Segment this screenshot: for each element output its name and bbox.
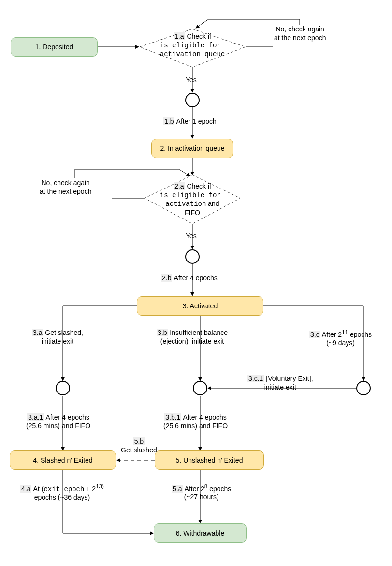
step-4a-tag: 4.a (20, 485, 31, 493)
state-unslashed-exited-label: 5. Unslashed n' Exited (176, 456, 243, 464)
step-2a-tag: 2.a (174, 182, 185, 190)
step-1b-text: After 1 epoch (176, 117, 217, 125)
label-2a-yes: Yes (186, 232, 197, 241)
label-1a-yes: Yes (186, 76, 197, 85)
connector-circle-3c (356, 381, 371, 395)
connector-circle-3a (56, 381, 70, 395)
label-2a-no: No, check againat the next epoch (40, 179, 91, 196)
step-2a-and: and (206, 200, 219, 207)
label-3b: 3.b Insufficient balance(ejection), init… (157, 329, 228, 346)
step-5a-t1: After 2 (185, 485, 204, 493)
label-5b: 5.b Get slashed (121, 437, 157, 454)
state-deposited: 1. Deposited (11, 37, 98, 57)
step-4a-exp: 13) (96, 483, 104, 489)
connector-circle-2b (185, 249, 200, 264)
state-activated-label: 3. Activated (183, 302, 218, 310)
step-3a-tag: 3.a (32, 329, 43, 336)
state-withdrawable-label: 6. Withdrawable (176, 529, 224, 537)
decision-2a: 2.a Check if is_eligible_for_activation … (150, 182, 235, 217)
connector-circle-1b (185, 93, 200, 107)
step-1b-tag: 1.b (163, 117, 174, 125)
step-5a-t2: epochs (207, 485, 231, 493)
validator-lifecycle-diagram: 1. Deposited 2. In activation queue 3. A… (0, 0, 392, 566)
step-2a-fifo: FIFO (185, 209, 200, 217)
label-2b: 2.b After 4 epochs (161, 274, 218, 283)
step-2b-text: After 4 epochs (174, 274, 218, 282)
step-2a-checkif: Check if (187, 182, 211, 190)
step-4a-code: exit_epoch (44, 485, 84, 493)
state-in-queue-label: 2. In activation queue (160, 145, 224, 152)
state-activated: 3. Activated (137, 296, 263, 316)
label-5a: 5.a After 28 epochs (~27 hours) (172, 483, 231, 502)
step-1a-code: is_eligible_for_activation_queue (160, 42, 225, 58)
step-2b-tag: 2.b (161, 274, 172, 282)
connector-circle-3b (193, 381, 207, 395)
step-1a-checkif: Check if (187, 32, 211, 40)
step-3c-t1: After 2 (322, 331, 342, 338)
decision-1a: 1.a Check if is_eligible_for_activation_… (145, 32, 240, 59)
step-1a-tag: 1.a (174, 32, 185, 40)
step-4a-plus: + 2 (84, 485, 96, 493)
label-3a1: 3.a.1 After 4 epochs(25.6 mins) and FIFO (26, 413, 90, 430)
label-1b: 1.b After 1 epoch (163, 117, 217, 126)
label-3c: 3.c After 211 epochs (~9 days) (309, 329, 372, 348)
step-5a-t3: (~27 hours) (184, 493, 219, 501)
step-3c1-tag: 3.c.1 (247, 375, 264, 382)
step-4a-rest: epochs (~36 days) (34, 493, 90, 501)
step-5b-text: Get slashed (121, 446, 157, 454)
state-withdrawable: 6. Withdrawable (154, 523, 247, 543)
step-4a-at: At ( (33, 485, 44, 493)
label-3b1: 3.b.1 After 4 epochs(25.6 mins) and FIFO (163, 413, 228, 430)
step-5a-tag: 5.a (172, 485, 183, 493)
state-unslashed-exited: 5. Unslashed n' Exited (155, 450, 264, 470)
label-4a: 4.a At (exit_epoch + 213) epochs (~36 da… (20, 483, 104, 502)
label-1a-no: No, check againat the next epoch (274, 25, 326, 42)
state-slashed-exited: 4. Slashed n' Exited (10, 450, 116, 470)
step-3c-exp: 11 (342, 329, 348, 335)
step-3b-tag: 3.b (157, 329, 168, 336)
label-3a: 3.a Get slashed,initiate exit (32, 329, 83, 346)
label-3c1: 3.c.1 [Voluntary Exit],initiate exit (247, 375, 313, 392)
step-3c-t2: epochs (348, 331, 372, 338)
step-3b1-tag: 3.b.1 (164, 413, 181, 421)
state-slashed-exited-label: 4. Slashed n' Exited (33, 456, 92, 464)
state-deposited-label: 1. Deposited (35, 43, 73, 51)
diagram-connectors (0, 0, 392, 566)
state-in-activation-queue: 2. In activation queue (151, 139, 233, 158)
step-5b-tag: 5.b (133, 437, 145, 445)
step-3a1-tag: 3.a.1 (27, 413, 44, 421)
step-3c-t3: (~9 days) (326, 339, 355, 347)
step-3c-tag: 3.c (309, 331, 320, 338)
